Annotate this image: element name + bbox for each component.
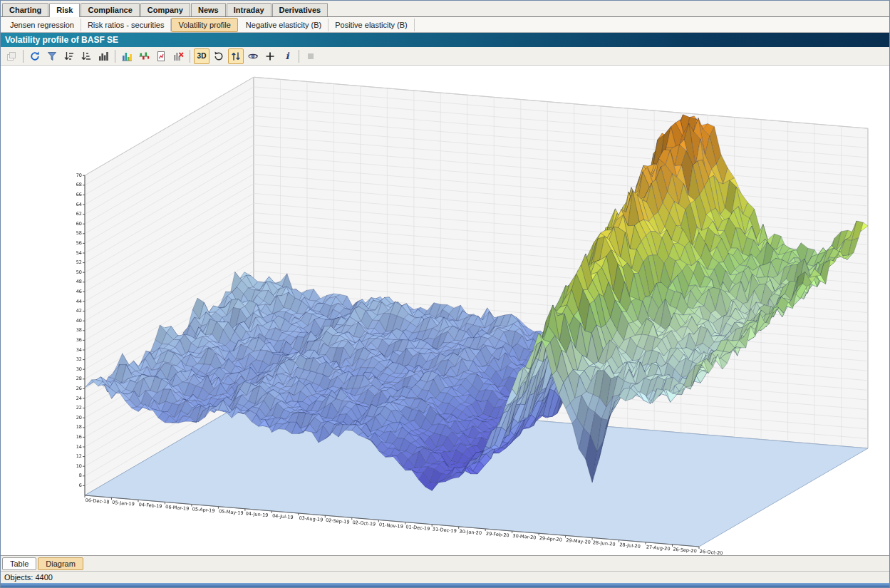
toolbar-separator	[299, 50, 299, 63]
rotate-view-button[interactable]	[211, 48, 227, 64]
sort-ascending-icon	[81, 51, 92, 62]
application-window: Charting Risk Compliance Company News In…	[0, 0, 890, 588]
gain-loss-chart-icon	[138, 51, 150, 62]
gain-loss-chart-button[interactable]	[136, 48, 152, 64]
export-button	[4, 48, 19, 64]
view-3d-icon: 3D	[197, 52, 207, 60]
subtab-volatility-profile[interactable]: Volatility profile	[171, 18, 237, 32]
refresh-icon	[29, 51, 41, 62]
subtab-negative-elasticity[interactable]: Negative elasticity (B)	[239, 19, 328, 31]
sort-descending-button[interactable]	[61, 48, 77, 64]
add-icon	[264, 51, 276, 62]
orbit-view-icon	[247, 51, 259, 62]
chart-area	[1, 66, 889, 555]
info-button[interactable]: i	[279, 48, 295, 64]
tab-risk[interactable]: Risk	[49, 3, 80, 17]
toolbar-separator	[115, 50, 115, 63]
window-bottom-border	[1, 583, 889, 587]
export-icon	[6, 51, 17, 62]
panel-title-bar: Volatility profile of BASF SE	[1, 33, 889, 47]
chart-report-icon	[155, 51, 167, 62]
filter-button[interactable]	[44, 48, 60, 64]
rotate-view-icon	[213, 51, 224, 62]
objects-count: Objects: 4400	[4, 573, 53, 582]
elevation-icon	[230, 51, 242, 62]
histogram-icon	[98, 51, 109, 62]
view-tab-bar: Table Diagram	[1, 555, 889, 571]
subtab-jensen-regression[interactable]: Jensen regression	[4, 19, 81, 31]
status-bar: Objects: 4400	[1, 571, 889, 583]
tab-intraday[interactable]: Intraday	[227, 3, 271, 16]
elevation-toggle[interactable]	[228, 48, 244, 64]
sort-ascending-button[interactable]	[78, 48, 94, 64]
add-button[interactable]	[262, 48, 278, 64]
refresh-button[interactable]	[27, 48, 43, 64]
info-icon: i	[286, 51, 289, 61]
tab-charting[interactable]: Charting	[2, 3, 48, 16]
sort-descending-icon	[63, 51, 75, 62]
histogram-button[interactable]	[95, 48, 111, 64]
view-tab-table[interactable]: Table	[2, 557, 36, 570]
subtab-positive-elasticity[interactable]: Positive elasticity (B)	[328, 19, 414, 31]
chart-report-button[interactable]	[153, 48, 169, 64]
view-tab-diagram[interactable]: Diagram	[38, 557, 83, 570]
toolbar-separator	[190, 50, 190, 63]
orbit-view-button[interactable]	[245, 48, 261, 64]
subtab-risk-ratios-securities[interactable]: Risk ratios - securities	[81, 19, 172, 31]
panel-title: Volatility profile of BASF SE	[5, 35, 118, 45]
delete-chart-icon	[172, 51, 184, 62]
delete-chart-button[interactable]	[170, 48, 186, 64]
stop-icon	[305, 51, 316, 62]
filter-icon	[46, 51, 58, 62]
bar-chart-icon	[121, 51, 133, 62]
stop-button	[303, 48, 319, 64]
tab-news[interactable]: News	[191, 3, 226, 16]
toolbar-separator	[23, 50, 24, 63]
volatility-surface-canvas[interactable]	[1, 66, 889, 555]
view-3d-toggle[interactable]: 3D	[194, 48, 209, 64]
tab-company[interactable]: Company	[140, 3, 190, 16]
main-tab-bar: Charting Risk Compliance Company News In…	[1, 1, 889, 17]
toolbar: 3D i	[1, 47, 889, 66]
tab-compliance[interactable]: Compliance	[81, 3, 139, 16]
bar-chart-button[interactable]	[119, 48, 135, 64]
tab-derivatives[interactable]: Derivatives	[272, 3, 328, 16]
sub-tab-bar: Jensen regression Risk ratios - securiti…	[1, 17, 889, 33]
